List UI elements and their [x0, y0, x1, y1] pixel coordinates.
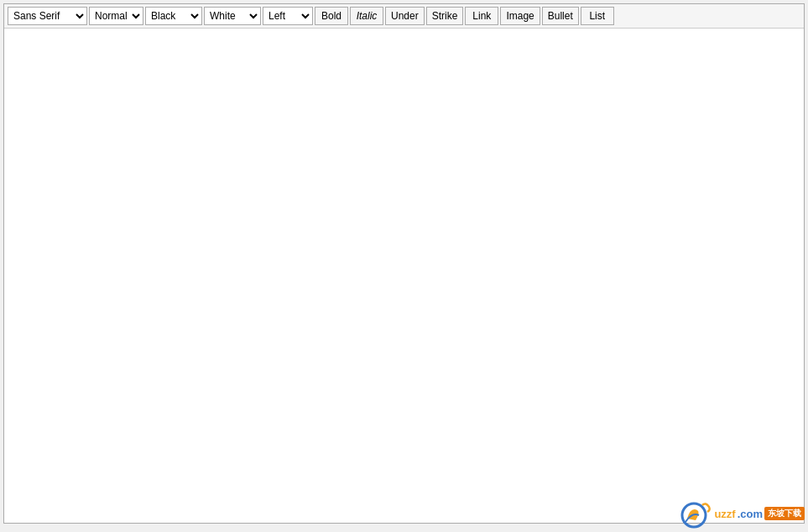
font-family-select[interactable]: Sans Serif Serif Monospace Arial Times N… [8, 7, 87, 25]
list-button[interactable]: List [581, 7, 614, 25]
align-select[interactable]: Left Center Right Justify [263, 7, 313, 25]
watermark: uzzf.com 东坡下载 [679, 498, 805, 529]
bold-button[interactable]: Bold [315, 7, 348, 25]
watermark-label: 东坡下载 [764, 507, 805, 520]
underline-button[interactable]: Under [385, 7, 425, 25]
font-color-select[interactable]: Black Red Blue Green Orange Purple [145, 7, 202, 25]
editor-area[interactable] [4, 29, 804, 523]
link-button[interactable]: Link [465, 7, 498, 25]
italic-button[interactable]: Italic [350, 7, 383, 25]
watermark-site-blue: .com [738, 508, 763, 520]
editor-container: Sans Serif Serif Monospace Arial Times N… [3, 3, 805, 524]
bullet-button[interactable]: Bullet [542, 7, 579, 25]
bg-color-select[interactable]: White Yellow Cyan Lime Pink [204, 7, 261, 25]
watermark-site-orange: uzzf [714, 508, 735, 520]
strikethrough-button[interactable]: Strike [426, 7, 464, 25]
font-size-select[interactable]: Small Normal Large Huge [89, 7, 143, 25]
image-button[interactable]: Image [500, 7, 540, 25]
toolbar: Sans Serif Serif Monospace Arial Times N… [4, 4, 804, 29]
